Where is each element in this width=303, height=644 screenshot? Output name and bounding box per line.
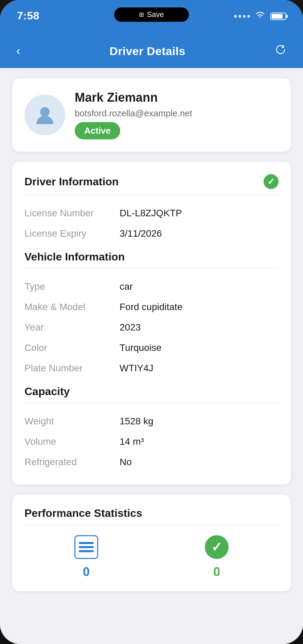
phone-screen: 7:58 ⊞ Save bbox=[0, 0, 303, 644]
perf-icon-completed: ✓ bbox=[203, 533, 230, 561]
divider-1 bbox=[24, 194, 279, 195]
profile-name: Mark Ziemann bbox=[75, 90, 192, 105]
status-badge: Active bbox=[75, 122, 120, 139]
driver-info-card: Driver Information ✓ License Number DL-L… bbox=[12, 162, 291, 485]
refrigerated-row: Refrigerated No bbox=[24, 452, 279, 472]
perf-item-total: 0 bbox=[24, 533, 148, 579]
signal-dot-3 bbox=[243, 15, 246, 18]
perf-icon-total bbox=[73, 533, 100, 561]
save-label: Save bbox=[147, 10, 164, 19]
signal-dot-1 bbox=[234, 15, 237, 18]
license-expiry-label: License Expiry bbox=[24, 228, 120, 239]
volume-value: 14 m³ bbox=[120, 436, 144, 447]
status-time: 7:58 bbox=[17, 10, 39, 22]
license-number-value: DL-L8ZJQKTP bbox=[120, 208, 182, 219]
list-icon bbox=[74, 535, 98, 559]
status-bar: 7:58 ⊞ Save bbox=[0, 0, 303, 34]
performance-card: Performance Statistics 0 bbox=[12, 495, 291, 591]
volume-row: Volume 14 m³ bbox=[24, 431, 279, 452]
perf-completed-value: 0 bbox=[213, 565, 220, 579]
make-model-label: Make & Model bbox=[24, 302, 120, 312]
license-expiry-value: 3/11/2026 bbox=[120, 228, 162, 239]
license-number-label: License Number bbox=[24, 208, 120, 219]
driver-info-header: Driver Information ✓ bbox=[24, 174, 279, 189]
check-circle-icon: ✓ bbox=[205, 535, 229, 559]
divider-2 bbox=[24, 268, 279, 268]
phone-frame: 7:58 ⊞ Save bbox=[0, 0, 303, 644]
performance-grid: 0 ✓ 0 bbox=[24, 533, 279, 579]
svg-point-0 bbox=[40, 107, 50, 117]
vehicle-type-label: Type bbox=[24, 281, 120, 292]
vehicle-info-title: Vehicle Information bbox=[24, 251, 279, 263]
status-icons bbox=[234, 11, 286, 21]
battery-fill bbox=[272, 14, 283, 19]
dynamic-island-content: ⊞ Save bbox=[139, 10, 164, 19]
make-model-row: Make & Model Ford cupiditate bbox=[24, 297, 279, 317]
main-content: Mark Ziemann botsford.rozella@example.ne… bbox=[0, 68, 303, 644]
license-number-row: License Number DL-L8ZJQKTP bbox=[24, 203, 279, 223]
make-model-value: Ford cupiditate bbox=[120, 302, 182, 312]
nav-bar: ‹ Driver Details bbox=[0, 34, 303, 68]
plate-label: Plate Number bbox=[24, 363, 120, 374]
color-label: Color bbox=[24, 342, 120, 353]
perf-item-completed: ✓ 0 bbox=[155, 533, 279, 579]
battery-icon bbox=[270, 13, 286, 20]
weight-label: Weight bbox=[24, 416, 120, 427]
dynamic-island: ⊞ Save bbox=[114, 7, 189, 22]
plate-value: WTIY4J bbox=[120, 363, 154, 374]
volume-label: Volume bbox=[24, 436, 120, 447]
refrigerated-value: No bbox=[120, 457, 132, 468]
signal-dots bbox=[234, 15, 250, 18]
capacity-title: Capacity bbox=[24, 385, 279, 398]
year-value: 2023 bbox=[120, 322, 141, 333]
refrigerated-label: Refrigerated bbox=[24, 457, 120, 468]
plate-row: Plate Number WTIY4J bbox=[24, 358, 279, 378]
profile-email: botsford.rozella@example.net bbox=[75, 108, 192, 119]
license-expiry-row: License Expiry 3/11/2026 bbox=[24, 223, 279, 244]
avatar-icon bbox=[33, 103, 57, 127]
driver-info-title: Driver Information bbox=[24, 175, 119, 188]
performance-title: Performance Statistics bbox=[24, 507, 142, 520]
checkmark-icon: ✓ bbox=[211, 540, 222, 555]
list-line-3 bbox=[79, 550, 94, 552]
vehicle-type-value: car bbox=[120, 281, 133, 292]
refresh-button[interactable] bbox=[272, 41, 289, 61]
year-row: Year 2023 bbox=[24, 317, 279, 338]
vehicle-type-row: Type car bbox=[24, 276, 279, 297]
signal-dot-4 bbox=[247, 15, 250, 18]
save-icon: ⊞ bbox=[139, 11, 144, 18]
list-line-1 bbox=[79, 542, 94, 544]
profile-card: Mark Ziemann botsford.rozella@example.ne… bbox=[12, 78, 291, 152]
avatar bbox=[24, 95, 65, 135]
perf-total-value: 0 bbox=[83, 565, 90, 579]
divider-4 bbox=[24, 525, 279, 525]
profile-info: Mark Ziemann botsford.rozella@example.ne… bbox=[75, 90, 192, 139]
color-value: Turquoise bbox=[120, 342, 161, 353]
weight-row: Weight 1528 kg bbox=[24, 411, 279, 431]
performance-header: Performance Statistics bbox=[24, 507, 279, 520]
nav-title: Driver Details bbox=[109, 45, 185, 58]
color-row: Color Turquoise bbox=[24, 338, 279, 358]
verified-icon: ✓ bbox=[264, 174, 279, 189]
signal-dot-2 bbox=[238, 15, 241, 18]
weight-value: 1528 kg bbox=[120, 416, 154, 427]
divider-3 bbox=[24, 403, 279, 403]
verified-check-icon: ✓ bbox=[267, 176, 275, 187]
back-button[interactable]: ‹ bbox=[14, 41, 23, 61]
list-line-2 bbox=[79, 546, 94, 548]
wifi-icon bbox=[255, 11, 266, 21]
year-label: Year bbox=[24, 322, 120, 333]
